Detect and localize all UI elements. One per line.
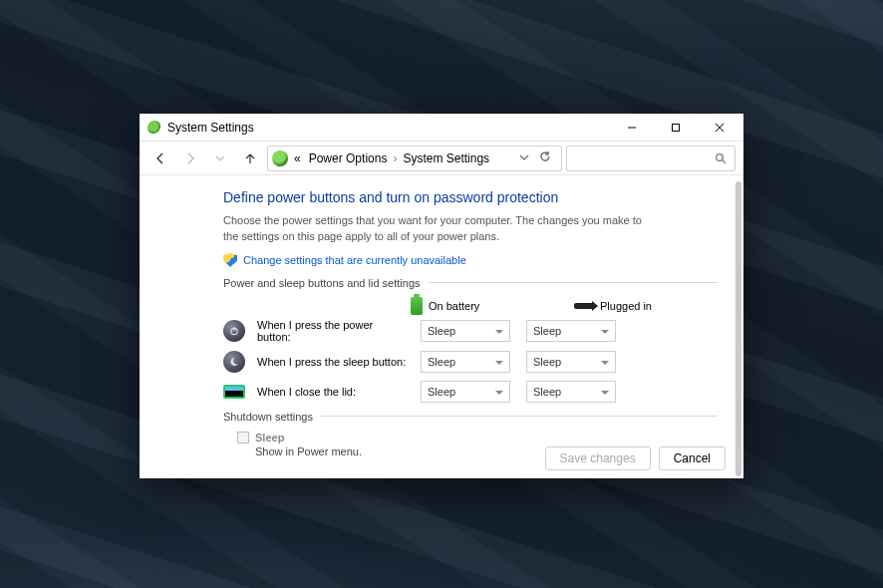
power-options-icon <box>147 121 161 135</box>
setting-row-sleep-button: When I press the sleep button: Sleep Sle… <box>223 351 718 373</box>
svg-point-4 <box>717 153 724 160</box>
nav-bar: « Power Options › System Settings <box>140 142 743 175</box>
uac-shield-icon <box>223 253 237 267</box>
refresh-button[interactable] <box>539 150 551 165</box>
power-icon <box>223 320 245 342</box>
forward-button[interactable] <box>177 146 203 171</box>
lid-icon <box>223 385 245 399</box>
search-icon <box>715 152 727 164</box>
close-lid-battery-select[interactable]: Sleep <box>421 381 510 403</box>
power-button-plugged-select[interactable]: Sleep <box>526 320 616 342</box>
section-heading: Power and sleep buttons and lid settings <box>223 277 421 289</box>
option-subtitle: Show in Power menu. <box>255 445 362 457</box>
setting-row-close-lid: When I close the lid: Sleep Sleep <box>223 381 718 403</box>
column-header-battery: On battery <box>429 300 479 312</box>
breadcrumb-item[interactable]: System Settings <box>401 151 491 165</box>
scrollbar[interactable] <box>736 181 741 476</box>
address-dropdown-button[interactable] <box>519 151 529 165</box>
svg-rect-1 <box>673 124 680 131</box>
close-lid-plugged-select[interactable]: Sleep <box>526 381 616 403</box>
content-area: Define power buttons and turn on passwor… <box>140 175 743 478</box>
maximize-button[interactable] <box>654 114 698 142</box>
minimize-button[interactable] <box>610 114 654 142</box>
column-header-plugged: Plugged in <box>600 300 652 312</box>
setting-label: When I press the sleep button: <box>257 356 409 368</box>
page-description: Choose the power settings that you want … <box>223 213 652 245</box>
save-changes-button[interactable]: Save changes <box>545 446 651 470</box>
plug-icon <box>574 303 594 309</box>
setting-label: When I close the lid: <box>257 386 409 398</box>
page-title: Define power buttons and turn on passwor… <box>223 189 718 205</box>
change-unavailable-settings-link[interactable]: Change settings that are currently unava… <box>243 254 466 266</box>
battery-icon <box>411 297 423 315</box>
svg-line-5 <box>723 160 726 163</box>
titlebar: System Settings <box>140 114 743 142</box>
sleep-button-battery-select[interactable]: Sleep <box>421 351 510 373</box>
sleep-checkbox[interactable] <box>237 432 249 443</box>
recent-locations-button[interactable] <box>207 146 233 171</box>
sleep-button-plugged-select[interactable]: Sleep <box>526 351 616 373</box>
power-options-icon <box>272 150 288 166</box>
up-button[interactable] <box>237 146 263 171</box>
section-heading: Shutdown settings <box>223 411 313 423</box>
breadcrumb-item[interactable]: Power Options <box>307 151 390 165</box>
option-title: Sleep <box>255 432 284 443</box>
close-button[interactable] <box>698 114 741 142</box>
search-box[interactable] <box>566 146 736 171</box>
window-title: System Settings <box>167 121 254 135</box>
system-settings-window: System Settings « Power Options › <box>140 114 743 478</box>
sleep-icon <box>223 351 245 373</box>
back-button[interactable] <box>147 146 173 171</box>
setting-row-power-button: When I press the power button: Sleep Sle… <box>223 319 718 343</box>
setting-label: When I press the power button: <box>257 319 409 343</box>
cancel-button[interactable]: Cancel <box>659 446 726 470</box>
chevron-right-icon: › <box>393 151 397 165</box>
power-button-battery-select[interactable]: Sleep <box>421 320 510 342</box>
address-bar[interactable]: « Power Options › System Settings <box>267 146 562 171</box>
breadcrumb-root[interactable]: « <box>292 151 303 165</box>
